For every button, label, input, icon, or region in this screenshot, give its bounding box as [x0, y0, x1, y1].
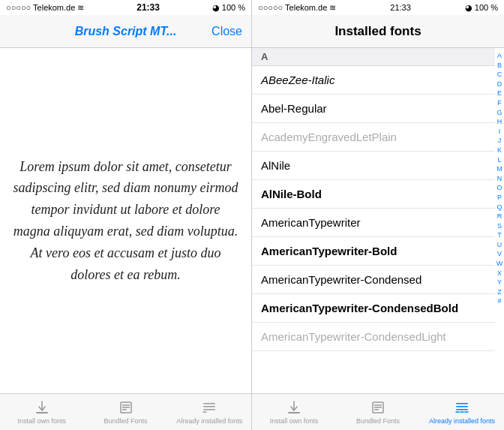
right-nav-title: Installed fonts	[334, 24, 421, 39]
alphabet-index: A B C D E F G H I J K L M N O P Q R S T …	[495, 48, 504, 393]
tab-install-own-label: Install own fonts	[18, 417, 67, 425]
svg-rect-15	[456, 409, 468, 410]
svg-rect-8	[288, 412, 300, 413]
alpha-f[interactable]: F	[497, 98, 502, 108]
right-panel: ○○○○○ Telekom.de ≋ 21:33 ◕ 100 % Install…	[252, 0, 504, 430]
alpha-z[interactable]: Z	[497, 287, 502, 297]
left-carrier: ○○○○○ Telekom.de ≋	[6, 3, 84, 13]
svg-rect-12	[374, 409, 379, 410]
svg-rect-0	[36, 412, 48, 413]
installed-icon	[201, 399, 218, 416]
list-item[interactable]: AcademyEngravedLetPlain	[252, 123, 495, 152]
tab-right-bundled-label: Bundled Fonts	[356, 417, 400, 425]
alpha-p[interactable]: P	[497, 193, 502, 203]
alpha-hash[interactable]: #	[497, 296, 501, 306]
left-panel: ○○○○○ Telekom.de ≋ 21:33 ◕ 100 % Brush S…	[0, 0, 252, 430]
svg-rect-6	[203, 406, 215, 407]
alpha-g[interactable]: G	[496, 108, 502, 118]
tab-right-install[interactable]: Install own fonts	[252, 399, 336, 425]
list-item[interactable]: AmericanTypewriter-CondensedBold	[252, 294, 495, 323]
list-item[interactable]: ABeeZee-Italic	[252, 66, 495, 95]
right-time: 21:33	[390, 3, 411, 12]
tab-bundled-label: Bundled Fonts	[104, 417, 147, 425]
tab-right-install-label: Install own fonts	[270, 417, 319, 425]
left-status-bar: ○○○○○ Telekom.de ≋ 21:33 ◕ 100 %	[0, 0, 251, 15]
tab-install-own[interactable]: Install own fonts	[0, 399, 84, 425]
download-icon	[34, 399, 50, 416]
alpha-a[interactable]: A	[497, 51, 502, 61]
bundled-icon	[118, 399, 134, 416]
alpha-i[interactable]: I	[499, 127, 501, 137]
svg-rect-3	[122, 407, 130, 408]
list-item[interactable]: AmericanTypewriter-CondensedLight	[252, 323, 495, 351]
left-nav-bar: Brush Script MT... Close	[0, 15, 251, 48]
list-item[interactable]: AlNile-Bold	[252, 180, 495, 209]
font-list: A ABeeZee-Italic Abel-Regular AcademyEng…	[252, 48, 495, 393]
tab-already-installed-label: Already installed fonts	[176, 417, 242, 425]
right-status-bar: ○○○○○ Telekom.de ≋ 21:33 ◕ 100 %	[252, 0, 504, 15]
list-item[interactable]: AmericanTypewriter-Condensed	[252, 266, 495, 294]
alpha-d[interactable]: D	[497, 80, 502, 89]
left-time: 21:33	[136, 2, 160, 13]
svg-rect-2	[122, 404, 130, 406]
list-item[interactable]: AlNile	[252, 152, 495, 180]
alpha-s[interactable]: S	[497, 221, 502, 231]
right-carrier: ○○○○○ Telekom.de ≋	[258, 3, 336, 13]
tab-right-installed[interactable]: Already installed fonts	[420, 399, 504, 425]
right-nav-bar: Installed fonts	[252, 15, 504, 48]
close-button[interactable]: Close	[212, 25, 242, 38]
alpha-t[interactable]: T	[497, 230, 502, 240]
right-battery: ◕ 100 %	[465, 3, 498, 13]
alpha-e[interactable]: E	[497, 89, 502, 98]
alpha-r[interactable]: R	[497, 212, 502, 221]
alpha-c[interactable]: C	[497, 70, 502, 80]
font-list-container: A ABeeZee-Italic Abel-Regular AcademyEng…	[252, 48, 504, 393]
alpha-x[interactable]: X	[497, 269, 502, 278]
left-tab-bar: Install own fonts Bundled Fonts Already …	[0, 393, 251, 430]
alpha-u[interactable]: U	[497, 240, 502, 250]
alpha-v[interactable]: V	[497, 249, 502, 259]
lorem-text: Lorem ipsum dolor sit amet, consetetur s…	[12, 156, 239, 286]
alpha-y[interactable]: Y	[497, 278, 502, 287]
svg-rect-4	[122, 409, 127, 410]
bundled-icon-right	[370, 399, 386, 416]
section-header-a: A	[252, 48, 495, 66]
alpha-k[interactable]: K	[497, 146, 502, 155]
svg-rect-7	[203, 409, 215, 410]
alpha-l[interactable]: L	[497, 155, 501, 165]
svg-rect-14	[456, 406, 468, 407]
alpha-h[interactable]: H	[497, 117, 502, 127]
alpha-w[interactable]: W	[496, 259, 503, 269]
tab-right-bundled[interactable]: Bundled Fonts	[336, 399, 420, 425]
svg-rect-5	[203, 403, 215, 404]
alpha-b[interactable]: B	[497, 61, 502, 71]
svg-rect-10	[374, 404, 382, 406]
svg-rect-13	[456, 403, 468, 404]
tab-already-installed[interactable]: Already installed fonts	[167, 399, 251, 425]
left-battery: ◕ 100 %	[212, 3, 245, 13]
alpha-j[interactable]: J	[498, 136, 502, 146]
list-item[interactable]: Abel-Regular	[252, 95, 495, 123]
list-item[interactable]: AmericanTypewriter-Bold	[252, 237, 495, 266]
left-content: Lorem ipsum dolor sit amet, consetetur s…	[0, 48, 251, 393]
tab-bundled[interactable]: Bundled Fonts	[84, 399, 168, 425]
alpha-q[interactable]: Q	[496, 203, 502, 212]
alpha-o[interactable]: O	[496, 183, 502, 193]
alpha-n[interactable]: N	[497, 174, 502, 184]
tab-right-installed-label: Already installed fonts	[429, 417, 495, 425]
installed-icon-right	[454, 399, 470, 416]
alpha-m[interactable]: M	[496, 164, 502, 174]
right-tab-bar: Install own fonts Bundled Fonts Already …	[252, 393, 504, 430]
list-item[interactable]: AmericanTypewriter	[252, 209, 495, 237]
svg-rect-11	[374, 407, 382, 408]
left-nav-title: Brush Script MT...	[75, 25, 177, 38]
download-icon-right	[286, 399, 302, 416]
